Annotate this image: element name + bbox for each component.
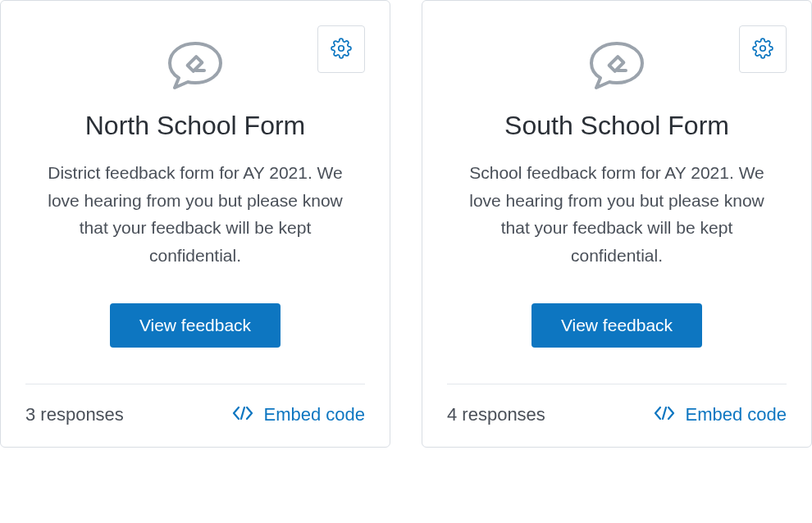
code-icon [232, 404, 253, 425]
card-title: North School Form [85, 111, 306, 141]
card-footer: 3 responses Embed code [25, 384, 365, 425]
card-description: School feedback form for AY 2021. We lov… [447, 159, 787, 269]
view-feedback-button[interactable]: View feedback [110, 303, 281, 348]
settings-button[interactable] [317, 25, 365, 73]
form-cards-container: North School Form District feedback form… [0, 0, 812, 448]
view-feedback-button[interactable]: View feedback [531, 303, 702, 348]
embed-code-link[interactable]: Embed code [232, 404, 365, 425]
form-card-south: South School Form School feedback form f… [422, 0, 812, 448]
code-icon [654, 404, 675, 425]
embed-code-link[interactable]: Embed code [654, 404, 787, 425]
svg-point-0 [339, 45, 344, 51]
responses-count: 3 responses [25, 404, 124, 425]
svg-line-2 [241, 407, 244, 419]
card-description: District feedback form for AY 2021. We l… [25, 159, 365, 269]
svg-point-3 [760, 45, 766, 51]
svg-line-5 [663, 407, 666, 419]
gear-icon [331, 38, 352, 61]
gear-icon [752, 38, 773, 61]
embed-label: Embed code [685, 404, 787, 425]
settings-button[interactable] [739, 25, 787, 73]
card-title: South School Form [504, 111, 729, 141]
embed-label: Embed code [263, 404, 365, 425]
card-footer: 4 responses Embed code [447, 384, 787, 425]
form-card-north: North School Form District feedback form… [0, 0, 390, 448]
responses-count: 4 responses [447, 404, 545, 425]
feedback-icon [586, 40, 647, 94]
feedback-icon [165, 40, 226, 94]
